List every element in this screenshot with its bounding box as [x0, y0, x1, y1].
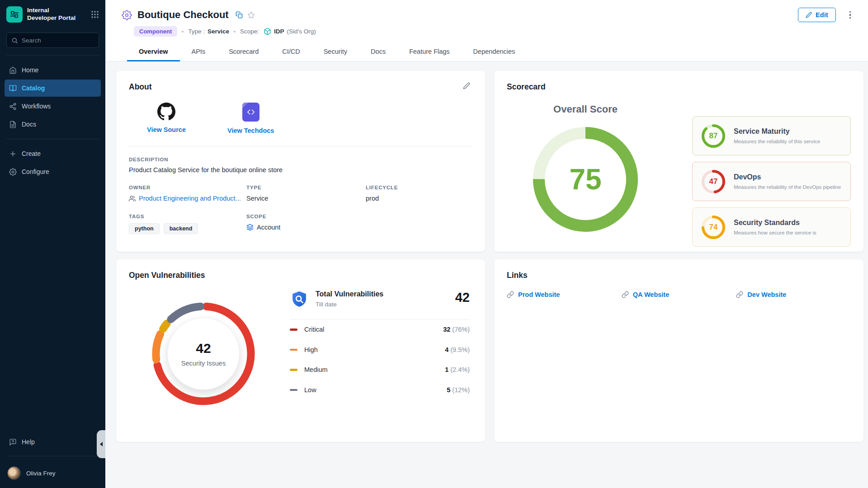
score-item-security-standards[interactable]: 74 Security Standards Measures how secur… [692, 207, 851, 247]
tab-feature-flags[interactable]: Feature Flags [397, 42, 461, 61]
total-vulnerabilities-label: Total Vulnerabilities [316, 290, 383, 298]
owner-link[interactable]: Product Engineering and Product... [139, 195, 241, 202]
app-switcher-icon[interactable] [91, 10, 99, 19]
description-value: Product Catalog Service for the boutique… [129, 166, 472, 174]
tab-overview[interactable]: Overview [127, 42, 180, 61]
sidebar-collapse-handle[interactable] [97, 430, 105, 458]
view-techdocs-link[interactable]: View Techdocs [227, 103, 274, 134]
sidebar-item-help[interactable]: Help [5, 433, 101, 450]
score-item-description: Measures the reliability of this service [734, 139, 820, 144]
high-dash-icon [290, 349, 297, 351]
sidebar-item-label: Catalog [22, 84, 45, 92]
sidebar-item-label: Create [22, 150, 41, 157]
search-box[interactable] [6, 33, 99, 48]
techdocs-icon [242, 103, 259, 122]
cube-icon [264, 28, 271, 35]
content-area: About View Source [105, 61, 868, 488]
divider [6, 55, 99, 56]
workflows-icon [9, 103, 17, 110]
score-item-title: Security Standards [734, 219, 816, 227]
prod-website-link[interactable]: Prod Website [507, 291, 622, 298]
chevron-left-icon [100, 442, 103, 446]
docs-icon [9, 121, 17, 128]
sidebar-item-home[interactable]: Home [5, 61, 101, 79]
legend-row-medium: Medium 1 (2.4%) [290, 360, 470, 380]
sidebar-item-workflows[interactable]: Workflows [5, 98, 101, 115]
vulnerabilities-donut: 42 Security Issues [147, 297, 260, 410]
tag-chip[interactable]: backend [164, 223, 198, 234]
brand-name: Internal Developer Portal [27, 7, 75, 22]
user-name: Olivia Frey [26, 470, 56, 477]
vulnerabilities-title: Open Vulnerabilities [129, 271, 205, 280]
dot-separator [234, 31, 236, 33]
copy-icon[interactable] [236, 11, 243, 19]
account-layers-icon [246, 224, 254, 231]
more-options-icon[interactable] [848, 9, 853, 21]
scorecard-card: Scorecard Overall Score 75 [494, 71, 863, 252]
type-label: Type : [188, 28, 205, 35]
sidebar-item-label: Home [22, 66, 38, 74]
overall-score-value: 75 [533, 127, 638, 232]
legend-row-low: Low 5 (12%) [290, 380, 470, 400]
lifecycle-label: LIFECYCLE [366, 185, 472, 190]
tab-security[interactable]: Security [312, 42, 359, 61]
edit-about-pencil-icon[interactable] [463, 82, 470, 89]
qa-website-link[interactable]: QA Website [622, 291, 736, 298]
link-icon [622, 291, 629, 298]
dot-separator [182, 31, 184, 33]
component-gear-icon [122, 10, 132, 20]
search-input[interactable] [22, 37, 94, 44]
score-item-devops[interactable]: 47 DevOps Measures the reliability of th… [692, 162, 851, 201]
page-title: Boutique Checkout [137, 9, 229, 21]
owner-label: OWNER [129, 185, 246, 190]
sidebar-item-create[interactable]: Create [5, 145, 101, 162]
sidebar-item-docs[interactable]: Docs [5, 116, 101, 133]
critical-dash-icon [290, 328, 297, 331]
main-content: Boutique Checkout Edit Component [105, 0, 868, 488]
type-field-value: Service [246, 195, 366, 202]
legend-row-high: High 4 (9.5%) [290, 340, 470, 360]
till-date-label: Till date [316, 301, 383, 308]
security-issues-caption: Security Issues [181, 360, 226, 367]
legend-row-critical: Critical 32 (76%) [290, 319, 470, 340]
user-menu[interactable]: Olivia Frey [0, 462, 105, 482]
group-icon [129, 195, 136, 202]
score-item-description: Measures how secure the service is [734, 230, 816, 235]
about-title: About [129, 82, 152, 92]
security-issues-count: 42 [196, 341, 211, 356]
tab-dependencies[interactable]: Dependencies [462, 42, 527, 61]
tab-cicd[interactable]: CI/CD [270, 42, 311, 61]
home-icon [9, 66, 17, 74]
sidebar-item-configure[interactable]: Configure [5, 163, 101, 180]
help-icon [9, 438, 17, 446]
search-icon [11, 37, 18, 44]
links-title: Links [507, 271, 528, 280]
total-vulnerabilities-value: 42 [455, 290, 470, 305]
kind-badge: Component [134, 26, 177, 37]
vulnerabilities-card: Open Vulnerabilities 42 Security Issues [116, 259, 485, 442]
overall-score-donut: 75 [533, 127, 638, 232]
sidebar-item-catalog[interactable]: Catalog [5, 80, 101, 97]
tab-scorecard[interactable]: Scorecard [217, 42, 270, 61]
medium-dash-icon [290, 369, 297, 371]
score-ring: 47 [701, 169, 726, 194]
scope-org: (Sid's Org) [287, 28, 316, 35]
avatar [7, 466, 21, 480]
about-card: About View Source [116, 71, 485, 252]
edit-button[interactable]: Edit [798, 8, 835, 22]
score-item-title: DevOps [734, 173, 841, 181]
tab-apis[interactable]: APIs [180, 42, 217, 61]
score-item-service-maturity[interactable]: 87 Service Maturity Measures the reliabi… [692, 116, 851, 155]
favorite-star-icon[interactable] [247, 11, 255, 19]
tab-docs[interactable]: Docs [359, 42, 397, 61]
score-item-description: Measures the reliability of the DevOps p… [734, 184, 841, 190]
view-source-link[interactable]: View Source [147, 103, 186, 134]
lifecycle-value: prod [366, 195, 472, 202]
sidebar: Internal Developer Portal [0, 0, 105, 488]
pencil-icon [806, 12, 812, 18]
tag-chip[interactable]: python [129, 223, 160, 234]
dev-website-link[interactable]: Dev Website [736, 291, 851, 298]
page-header: Boutique Checkout Edit Component [105, 0, 868, 61]
plus-icon [9, 150, 17, 158]
divider [6, 456, 99, 456]
